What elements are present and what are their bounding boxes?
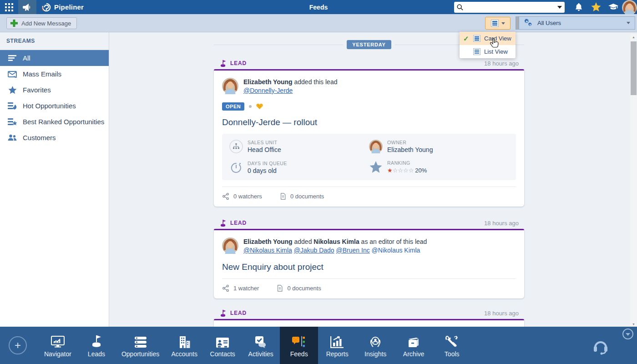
mass-email-icon [7,70,17,79]
users-filter-dropdown[interactable]: All Users [516,16,635,30]
lead-flag-icon [219,219,227,227]
nav-item-navigator[interactable]: Navigator [38,327,77,364]
global-search[interactable] [454,2,565,13]
streams-header: STREAMS [0,32,109,50]
lead-title[interactable]: Donnelly-Jerde — rollout [222,117,516,127]
star-icon [7,86,17,95]
documents-link[interactable]: 0 documents [276,284,321,292]
date-badge: YESTERDAY [347,40,391,49]
lead-title[interactable]: New Enquiry about project [222,262,516,272]
lead-type-label: LEAD [219,219,247,227]
timestamp: 18 hours ago [484,220,519,227]
plus-icon [10,20,18,27]
gold-heart-icon [256,103,263,110]
nav-item-insights[interactable]: Insights [356,327,394,364]
collapse-nav-chevron-icon[interactable] [622,329,633,339]
leads-flag-icon [90,334,103,348]
avatar[interactable] [222,78,238,94]
navigator-icon [51,334,65,348]
list-view-icon [473,48,480,55]
announcements-megaphone-icon[interactable] [18,0,36,14]
nav-item-reports[interactable]: Reports [318,327,356,364]
list-view-label: List View [484,48,508,55]
scroll-down-arrow-icon[interactable]: ▼ [630,321,637,327]
mention-text: @Nikolaus Kimla [372,247,420,254]
nav-item-opportunities[interactable]: Opportunities [116,327,165,364]
view-mode-button[interactable] [485,17,511,30]
sidebar-item-label: Favorites [23,86,51,94]
support-headset-icon[interactable] [592,339,609,355]
target-name[interactable]: Nikolaus Kimla [313,238,359,245]
sidebar-item-best-ranked-opportunities[interactable]: Best Ranked Opportunities [0,114,109,130]
nav-item-activities[interactable]: Activities [242,327,280,364]
watchers-icon [222,284,230,292]
learning-graduation-cap-icon[interactable] [605,0,622,14]
nav-item-tools[interactable]: Tools [433,327,471,364]
opportunities-list-icon [134,334,147,348]
mention-link[interactable]: @Jakub Dado [294,247,334,254]
filter-grip-handle[interactable] [516,17,519,29]
lead-type-label: LEAD [219,60,247,67]
mention-link[interactable]: @Donnelly-Jerde [243,87,293,94]
watchers-link[interactable]: 0 watchers [222,192,262,200]
ranking-percent: 20% [415,167,427,174]
search-scope-caret-icon[interactable] [557,6,562,9]
sidebar-item-customers[interactable]: Customers [0,130,109,146]
nav-item-leads[interactable]: Leads [77,327,116,364]
feed-message: Elizabeth Young added this lead @Donnell… [243,78,337,95]
documents-link[interactable]: 0 documents [279,192,324,200]
sidebar-item-label: Mass Emails [23,70,61,78]
tools-icon [445,334,459,348]
search-icon [457,4,463,10]
document-icon [276,284,283,292]
star-empty-icon [409,166,414,174]
sidebar-item-all[interactable]: All [0,50,109,66]
favorites-star-icon[interactable] [587,0,605,14]
actor-name[interactable]: Elizabeth Young [243,78,293,86]
menu-item-card-view[interactable]: ✓ Card View [460,32,516,45]
nav-item-feeds[interactable]: Feeds [280,327,318,364]
sidebar-item-label: Hot Opportunities [23,102,76,110]
sidebar-item-hot-opportunities[interactable]: Hot Opportunities [0,98,109,114]
lead-fields-panel: SALES UNIT Head Office OWNER Elizabeth Y… [222,134,516,180]
star-empty-icon [393,166,398,174]
checkmark-icon: ✓ [463,35,470,43]
app-grid-icon[interactable] [0,0,18,14]
mention-link[interactable]: @Bruen Inc [336,247,370,254]
scrollbar-thumb[interactable] [631,41,637,95]
nav-item-archive[interactable]: Archive [394,327,433,364]
menu-item-list-view[interactable]: List View [460,45,516,58]
card-view-label: Card View [484,35,511,42]
field-label: SALES UNIT [248,140,281,145]
pipeliner-logo[interactable]: Pipeliner [41,2,84,12]
watchers-link[interactable]: 1 watcher [222,284,259,292]
status-badge: OPEN [222,102,244,111]
nav-item-contacts[interactable]: Contacts [203,327,242,364]
actor-name[interactable]: Elizabeth Young [243,238,293,245]
menu-lines-icon [7,54,17,63]
contacts-card-icon [216,334,229,348]
feeds-toolbar: Add New Message All Users [0,14,637,32]
watchers-icon [222,192,230,200]
notifications-bell-icon[interactable] [570,0,587,14]
search-input[interactable] [463,4,556,10]
feeds-icon [292,334,306,348]
quick-add-button[interactable]: + [9,336,27,354]
avatar[interactable] [222,238,238,254]
big-star-icon [369,161,383,174]
sidebar-item-favorites[interactable]: Favorites [0,82,109,98]
user-avatar[interactable] [622,0,637,14]
sidebar-item-mass-emails[interactable]: Mass Emails [0,66,109,82]
add-new-message-button[interactable]: Add New Message [6,17,77,29]
scroll-up-arrow-icon[interactable]: ▲ [630,34,637,40]
nav-item-accounts[interactable]: Accounts [165,327,203,364]
field-ranking: RANKING 20% [369,160,509,174]
insights-wreath-icon [369,334,382,348]
mention-link[interactable]: @Nikolaus Kimla [243,247,292,254]
field-sales-unit: SALES UNIT Head Office [229,140,369,153]
feed-scrollbar[interactable]: ▲ ▼ [630,34,637,327]
settings-gears-icon [523,19,534,28]
lead-flag-icon [219,60,227,67]
field-label: RANKING [387,160,427,166]
feed-main-area: YESTERDAY LEAD 18 hours ago Elizabeth Yo… [109,32,637,327]
